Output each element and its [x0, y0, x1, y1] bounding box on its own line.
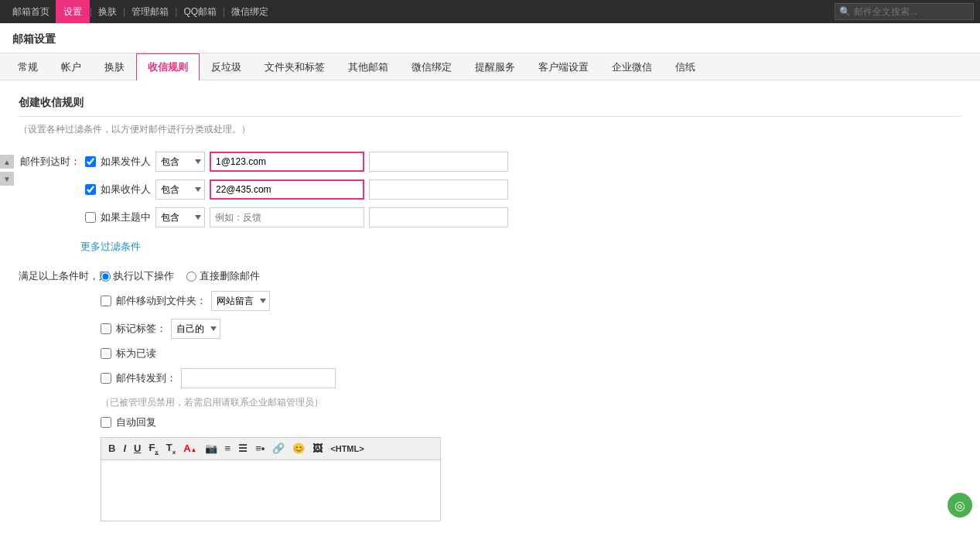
section-desc: （设置各种过滤条件，以方便对邮件进行分类或处理。） [19, 123, 961, 136]
condition-sender-input2[interactable] [369, 152, 508, 172]
action-tag-select[interactable]: 自己的 工作 个人 家庭 [171, 319, 220, 339]
action-move-checkbox[interactable] [101, 296, 111, 306]
page-header: 邮箱设置 [0, 23, 980, 53]
action-move-select[interactable]: 网站留言 收件箱 草稿箱 已发送 已删除 [211, 291, 270, 311]
condition-row-sender: 如果发件人 包含 不包含 等于 [85, 152, 508, 172]
tab-skin[interactable]: 换肤 [93, 53, 136, 80]
nav-settings[interactable]: 设置 [56, 0, 90, 23]
action-read-checkbox[interactable] [101, 348, 111, 359]
rt-underline-button[interactable]: U [131, 442, 143, 455]
rt-image-inline-button[interactable]: 📷 [203, 442, 220, 455]
condition-subject-select[interactable]: 包含 不包含 等于 [155, 207, 205, 227]
tab-rules[interactable]: 收信规则 [136, 53, 200, 80]
nav-home[interactable]: 邮箱首页 [6, 0, 56, 23]
floating-action-icon: ◎ [954, 498, 965, 513]
condition-sender-checkbox[interactable] [85, 156, 96, 167]
rt-html-button[interactable]: <HTML> [328, 443, 366, 454]
tab-spam[interactable]: 反垃圾 [200, 53, 253, 80]
tab-bar: 常规 帐户 换肤 收信规则 反垃圾 文件夹和标签 其他邮箱 微信绑定 提醒服务 … [0, 53, 980, 80]
page-title: 邮箱设置 [12, 32, 56, 45]
rt-list-button[interactable]: ☰ [236, 442, 250, 455]
action-autoreply-row: 自动回复 [101, 415, 961, 429]
tab-enterprise-wechat[interactable]: 企业微信 [600, 53, 664, 80]
tab-client[interactable]: 客户端设置 [527, 53, 600, 80]
action-delete-label: 直接删除邮件 [200, 269, 260, 283]
floating-action-button[interactable]: ◎ [948, 493, 972, 518]
condition-sender-input[interactable] [210, 152, 364, 172]
tab-general[interactable]: 常规 [6, 53, 50, 80]
rich-editor-toolbar: B I U Fx Tx A▲ 📷 ≡ ☰ ≡• 🔗 😊 🖼 <HTML> [101, 437, 441, 460]
condition-row-subject: 如果主题中 包含 不包含 等于 [85, 207, 508, 227]
action-hint: （已被管理员禁用，若需启用请联系企业邮箱管理员） [101, 396, 961, 409]
action-forward-label: 邮件转发到： [116, 371, 176, 385]
action-forward-input[interactable] [181, 368, 336, 388]
action-autoreply-checkbox[interactable] [101, 417, 111, 428]
action-main-label: 满足以上条件时，则： [19, 269, 96, 283]
action-forward-checkbox[interactable] [101, 373, 111, 384]
action-delete-radio-label[interactable]: 直接删除邮件 [186, 269, 260, 283]
nav-qq[interactable]: QQ邮箱 [177, 0, 223, 23]
nav-manage[interactable]: 管理邮箱 [125, 0, 175, 23]
action-forward-row: 邮件转发到： [101, 368, 961, 388]
page-wrapper: 邮箱设置 常规 帐户 换肤 收信规则 反垃圾 文件夹和标签 其他邮箱 微信绑定 … [0, 23, 980, 533]
scroll-up-button[interactable]: ▲ [0, 155, 14, 169]
scroll-down-button[interactable]: ▼ [0, 172, 14, 186]
rt-italic-button[interactable]: I [121, 442, 128, 455]
action-move-row: 邮件移动到文件夹： 网站留言 收件箱 草稿箱 已发送 已删除 [101, 291, 961, 311]
rt-ordered-list-button[interactable]: ≡• [253, 442, 267, 455]
condition-subject-input[interactable] [210, 207, 364, 227]
action-move-label: 邮件移动到文件夹： [116, 294, 207, 308]
tab-other-mail[interactable]: 其他邮箱 [336, 53, 400, 80]
action-execute-label: 执行以下操作 [114, 269, 174, 283]
search-icon: 🔍 [839, 6, 851, 17]
rt-emoji-button[interactable]: 😊 [290, 442, 307, 455]
action-tag-row: 标记标签： 自己的 工作 个人 家庭 [101, 319, 961, 339]
rt-strikethrough-button[interactable]: Fx [146, 441, 160, 456]
tab-wechat-bind[interactable]: 微信绑定 [400, 53, 463, 80]
condition-subject-label: 如果主题中 [101, 210, 151, 224]
action-delete-radio[interactable] [186, 272, 196, 282]
action-autoreply-label: 自动回复 [116, 415, 156, 429]
action-tag-checkbox[interactable] [101, 323, 111, 334]
tab-folders[interactable]: 文件夹和标签 [253, 53, 336, 80]
action-execute-radio-label[interactable]: 执行以下操作 [101, 269, 174, 283]
tab-account[interactable]: 帐户 [50, 53, 93, 80]
rich-editor-wrapper: B I U Fx Tx A▲ 📷 ≡ ☰ ≡• 🔗 😊 🖼 <HTML> [101, 437, 441, 521]
actions-section: 满足以上条件时，则： 执行以下操作 直接删除邮件 邮件移动到文件夹： 网站留言 … [19, 269, 961, 521]
rt-fontcolor-button[interactable]: A▲ [181, 442, 199, 455]
rt-subscript-button[interactable]: Tx [164, 441, 178, 456]
conditions-rows: 如果发件人 包含 不包含 等于 如果收件人 [85, 152, 508, 235]
action-read-row: 标为已读 [101, 347, 961, 360]
nav-skin[interactable]: 换肤 [92, 0, 123, 23]
rich-editor-body[interactable] [101, 460, 441, 521]
condition-sender-select[interactable]: 包含 不包含 等于 [155, 152, 205, 172]
rt-align-button[interactable]: ≡ [223, 442, 234, 455]
condition-recipient-checkbox[interactable] [85, 184, 96, 195]
action-execute-radio[interactable] [101, 272, 111, 282]
tab-remind[interactable]: 提醒服务 [463, 53, 527, 80]
left-sidebar: ▲ ▼ [0, 155, 15, 186]
nav-wechat[interactable]: 微信绑定 [225, 0, 275, 23]
rt-link-button[interactable]: 🔗 [270, 442, 287, 455]
top-navigation: 邮箱首页 设置 | 换肤 | 管理邮箱 | QQ邮箱 | 微信绑定 🔍 [0, 0, 980, 23]
search-wrapper: 🔍 [835, 3, 974, 20]
action-tag-label: 标记标签： [116, 322, 166, 336]
condition-recipient-select[interactable]: 包含 不包含 等于 [155, 179, 205, 200]
condition-recipient-input2[interactable] [369, 179, 508, 200]
search-input[interactable] [835, 3, 974, 20]
condition-row-recipient: 如果收件人 包含 不包含 等于 [85, 179, 508, 200]
action-main-row: 满足以上条件时，则： 执行以下操作 直接删除邮件 [19, 269, 961, 283]
condition-recipient-input[interactable] [210, 179, 364, 200]
rt-insert-image-button[interactable]: 🖼 [310, 442, 325, 455]
content-area: 创建收信规则 （设置各种过滤条件，以方便对邮件进行分类或处理。） 邮件到达时： … [0, 80, 980, 533]
conditions-label: 邮件到达时： [19, 152, 80, 169]
condition-sender-label: 如果发件人 [101, 155, 151, 169]
conditions-section: 邮件到达时： 如果发件人 包含 不包含 等于 [19, 152, 961, 254]
condition-subject-input2[interactable] [369, 207, 508, 227]
tab-stationery[interactable]: 信纸 [664, 53, 707, 80]
more-filters-link[interactable]: 更多过滤条件 [80, 240, 141, 254]
action-read-label: 标为已读 [116, 347, 156, 360]
rt-bold-button[interactable]: B [106, 442, 118, 455]
condition-subject-checkbox[interactable] [85, 212, 96, 223]
section-title: 创建收信规则 [19, 96, 961, 117]
